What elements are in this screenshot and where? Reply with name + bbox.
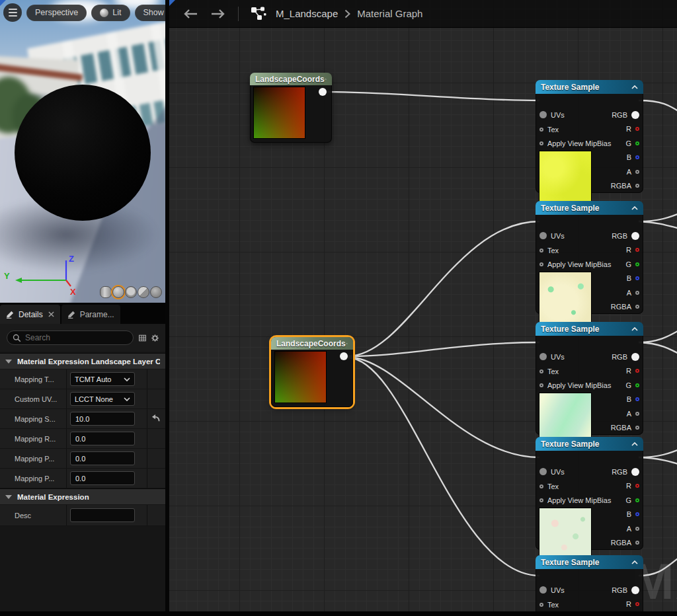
output-pin-row-b[interactable]: B <box>627 150 639 164</box>
output-pin-b[interactable] <box>635 276 639 280</box>
input-pin-row-uvs[interactable]: UVs <box>539 583 565 597</box>
node-header[interactable]: Texture Sample <box>536 437 643 451</box>
output-pin-a[interactable] <box>635 527 639 531</box>
chevron-up-icon[interactable] <box>631 85 638 89</box>
close-icon[interactable] <box>48 311 54 317</box>
show-button[interactable]: Show <box>135 5 165 21</box>
section-header-material-expression[interactable]: Material Expression <box>0 488 165 504</box>
output-pin-row-rgb[interactable]: RGB <box>612 229 639 243</box>
chevron-up-icon[interactable] <box>631 560 638 564</box>
node-header[interactable]: LandscapeCoords <box>250 73 332 85</box>
input-pin-uvs[interactable] <box>539 586 547 594</box>
input-pin-tex[interactable] <box>539 369 543 373</box>
output-pin-row-b[interactable]: B <box>627 507 639 521</box>
output-pin-r[interactable] <box>635 248 639 252</box>
chevron-up-icon[interactable] <box>631 206 638 210</box>
output-pin-row-b[interactable]: B <box>627 271 639 285</box>
desc-input[interactable] <box>70 508 135 522</box>
output-pin[interactable] <box>340 352 348 360</box>
chevron-up-icon[interactable] <box>325 77 327 81</box>
input-pin-apply-view-mipbias[interactable] <box>539 498 543 502</box>
input-pin-uvs[interactable] <box>539 111 547 118</box>
output-pin-b[interactable] <box>635 512 639 516</box>
output-pin-row-g[interactable]: G <box>625 257 639 271</box>
input-pin-tex[interactable] <box>539 128 543 132</box>
output-pin-row-r[interactable]: R <box>626 479 639 492</box>
output-pin-row-r[interactable]: R <box>626 597 639 611</box>
node-header[interactable]: Texture Sample <box>536 322 643 336</box>
output-pin-r[interactable] <box>635 369 639 373</box>
output-pin-a[interactable] <box>635 412 639 416</box>
breadcrumb-asset[interactable]: M_Landscape <box>276 8 338 19</box>
input-pin-apply-view-mipbias[interactable] <box>539 383 543 387</box>
output-pin-row-rgba[interactable]: RGBA <box>611 420 639 434</box>
output-pin-rgba[interactable] <box>635 541 639 545</box>
mapping-pan-u-input[interactable] <box>70 451 135 465</box>
texture-sample-node[interactable]: Texture Sample UVs Tex Apply View MipBia… <box>536 80 643 193</box>
chevron-up-icon[interactable] <box>346 342 348 346</box>
texture-sample-node[interactable]: Texture Sample UVs Tex Apply View MipBia… <box>536 555 643 611</box>
output-pin-rgba[interactable] <box>635 426 639 430</box>
preview-shape-teapot-button[interactable] <box>150 286 162 298</box>
output-pin-a[interactable] <box>635 170 639 174</box>
input-pin-uvs[interactable] <box>539 232 547 239</box>
node-header[interactable]: LandscapeCoords <box>271 337 353 350</box>
preview-shape-cube-button[interactable] <box>138 286 149 298</box>
output-pin-b[interactable] <box>635 397 639 401</box>
output-pin-r[interactable] <box>635 602 639 606</box>
navigate-back-button[interactable] <box>177 9 204 19</box>
output-pin-rgba[interactable] <box>635 184 639 188</box>
search-input[interactable] <box>25 333 128 342</box>
output-pin-rgb[interactable] <box>631 353 639 361</box>
texture-sample-node[interactable]: Texture Sample UVs Tex Apply View MipBia… <box>536 437 643 550</box>
output-pin-row-r[interactable]: R <box>626 243 639 256</box>
chevron-up-icon[interactable] <box>631 327 638 331</box>
input-pin-row-tex[interactable]: Tex <box>539 479 559 493</box>
input-pin-tex[interactable] <box>539 603 543 607</box>
input-pin-row-uvs[interactable]: UVs <box>539 350 565 364</box>
output-pin-row-a[interactable]: A <box>627 406 639 420</box>
input-pin-apply-view-mipbias[interactable] <box>539 141 543 145</box>
breadcrumb-page[interactable]: Material Graph <box>357 8 422 19</box>
tab-details[interactable]: Details <box>0 305 60 324</box>
reset-to-default-button[interactable] <box>151 414 161 422</box>
output-pin-row-rgba[interactable]: RGBA <box>611 299 639 313</box>
output-pin-rgb[interactable] <box>631 232 639 240</box>
tab-parameters[interactable]: Parame... <box>61 305 120 324</box>
input-pin-tex[interactable] <box>539 249 543 252</box>
output-pin-row-g[interactable]: G <box>625 378 639 392</box>
perspective-button[interactable]: Perspective <box>26 5 87 21</box>
output-pin-row-rgba[interactable]: RGBA <box>611 535 639 549</box>
node-header[interactable]: Texture Sample <box>536 80 643 94</box>
material-preview-viewport[interactable]: Z Y X Perspective Lit Show <box>0 0 165 303</box>
input-pin-row-uvs[interactable]: UVs <box>539 465 565 479</box>
landscape-coords-node[interactable]: LandscapeCoords <box>250 73 332 143</box>
output-pin-rgba[interactable] <box>635 305 639 309</box>
output-pin[interactable] <box>319 88 327 96</box>
node-header[interactable]: Texture Sample <box>536 555 643 569</box>
input-pin-row-tex[interactable]: Tex <box>539 364 559 378</box>
property-matrix-icon[interactable] <box>139 333 146 343</box>
output-pin-g[interactable] <box>635 141 639 145</box>
input-pin-apply-view-mipbias[interactable] <box>539 262 543 266</box>
output-pin-row-a[interactable]: A <box>627 165 639 178</box>
landscape-coords-node-selected[interactable]: LandscapeCoords <box>271 337 353 407</box>
settings-gear-icon[interactable] <box>151 332 159 344</box>
output-pin-row-r[interactable]: R <box>626 364 639 377</box>
output-pin-rgb[interactable] <box>631 111 639 119</box>
texture-sample-node[interactable]: Texture Sample UVs Tex Apply View MipBia… <box>536 322 643 435</box>
mapping-rotation-input[interactable] <box>70 432 135 445</box>
output-pin-r[interactable] <box>635 484 639 488</box>
output-pin-row-a[interactable]: A <box>627 521 639 535</box>
preview-shape-plane-button[interactable] <box>125 286 137 298</box>
chevron-up-icon[interactable] <box>631 442 638 446</box>
search-box[interactable] <box>7 330 134 345</box>
mapping-type-dropdown[interactable]: TCMT Auto <box>70 372 135 386</box>
input-pin-row-mipbias[interactable]: Apply View MipBias <box>539 257 611 271</box>
output-pin-a[interactable] <box>635 291 639 295</box>
input-pin-row-uvs[interactable]: UVs <box>539 108 565 122</box>
output-pin-g[interactable] <box>635 383 639 387</box>
input-pin-tex[interactable] <box>539 484 543 488</box>
input-pin-row-mipbias[interactable]: Apply View MipBias <box>539 378 611 392</box>
output-pin-row-rgb[interactable]: RGB <box>612 465 639 479</box>
